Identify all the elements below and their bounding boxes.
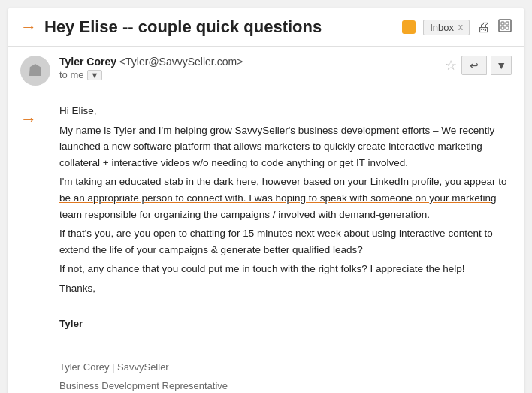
svg-rect-4 xyxy=(506,26,509,29)
reply-dropdown-button[interactable]: ▼ xyxy=(491,56,512,75)
sender-name: Tyler Corey xyxy=(59,56,116,68)
sig-line2: Business Development Representative xyxy=(59,379,509,393)
svg-rect-1 xyxy=(501,22,504,25)
thanks: Thanks, xyxy=(59,280,509,297)
sender-sign: Tyler xyxy=(59,316,509,332)
inbox-close-button[interactable]: x xyxy=(458,22,463,32)
sender-avatar: ☗ xyxy=(20,56,50,86)
svg-rect-3 xyxy=(501,26,504,29)
to-line: to me ▼ xyxy=(59,69,436,80)
star-icon[interactable]: ☆ xyxy=(445,57,457,74)
to-dropdown[interactable]: ▼ xyxy=(87,70,103,80)
sender-line: Tyler Corey <Tyler@SavvySeller.com> xyxy=(59,56,436,68)
inbox-label: Inbox xyxy=(430,22,454,33)
paragraph1: My name is Tyler and I'm helping grow Sa… xyxy=(59,122,509,171)
subject-arrow-icon: → xyxy=(20,17,37,37)
meta-actions: ☆ ↩ ▼ xyxy=(445,56,512,75)
paragraph3: If that's you, are you open to chatting … xyxy=(59,225,509,258)
email-container: → Hey Elise -- couple quick questions In… xyxy=(8,8,524,393)
label-tag-icon xyxy=(402,20,416,34)
sender-email: <Tyler@SavvySeller.com> xyxy=(119,56,243,68)
to-label: to me xyxy=(59,69,84,80)
email-subject: Hey Elise -- couple quick questions xyxy=(44,17,394,37)
inbox-badge: Inbox x xyxy=(423,20,470,35)
paragraph2-before: I'm taking an educated stab in the dark … xyxy=(59,176,304,187)
header-icons: 🖨 xyxy=(477,19,512,36)
paragraph2: I'm taking an educated stab in the dark … xyxy=(59,174,509,222)
avatar-person-icon: ☗ xyxy=(28,61,43,80)
signature: Tyler Corey | SavvySeller Business Devel… xyxy=(59,360,509,393)
svg-rect-2 xyxy=(506,22,509,25)
print-icon[interactable]: 🖨 xyxy=(477,20,491,35)
email-body: → Hi Elise, My name is Tyler and I'm hel… xyxy=(8,92,524,393)
email-header: → Hey Elise -- couple quick questions In… xyxy=(8,8,524,47)
body-arrow-icon: → xyxy=(20,106,37,132)
meta-info: Tyler Corey <Tyler@SavvySeller.com> to m… xyxy=(59,56,436,80)
svg-rect-0 xyxy=(499,20,511,32)
greeting: Hi Elise, xyxy=(59,103,509,119)
message-meta: ☗ Tyler Corey <Tyler@SavvySeller.com> to… xyxy=(8,47,524,92)
expand-icon[interactable] xyxy=(498,19,512,36)
reply-button[interactable]: ↩ xyxy=(461,56,487,75)
sig-line1: Tyler Corey | SavvySeller xyxy=(59,360,509,376)
paragraph4: If not, any chance that you could put me… xyxy=(59,261,509,277)
